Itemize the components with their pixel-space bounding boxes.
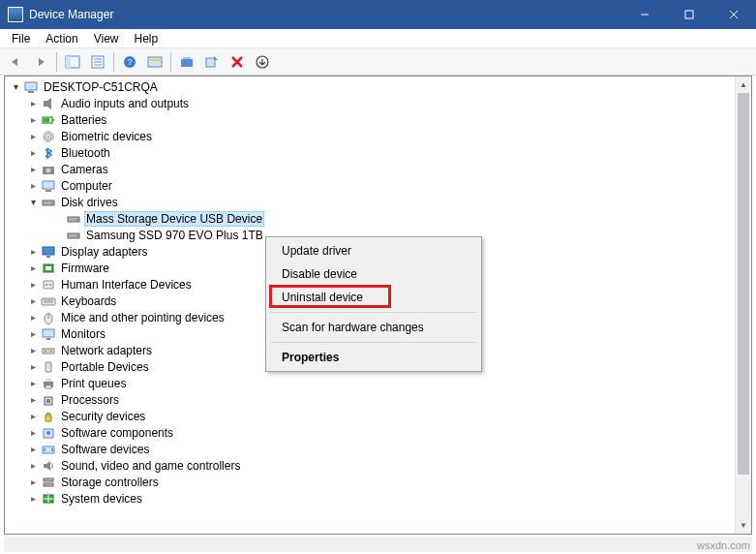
tree-node[interactable]: Sound, video and game controllers [5, 457, 735, 474]
expander-icon[interactable] [26, 98, 41, 108]
menu-view[interactable]: View [86, 30, 127, 47]
expander-icon[interactable] [26, 164, 41, 174]
tree-node-label: Firmware [59, 262, 111, 275]
expander-icon[interactable] [26, 427, 41, 438]
menu-action[interactable]: Action [38, 30, 85, 47]
toolbar-properties-button[interactable] [86, 50, 109, 74]
tree-node[interactable]: Bluetooth [5, 144, 735, 161]
tree-node-label: Biometric devices [59, 130, 154, 143]
context-properties[interactable]: Properties [268, 346, 479, 369]
expander-icon[interactable] [26, 147, 41, 158]
window-titlebar: Device Manager [0, 0, 756, 29]
tree-node[interactable]: Storage controllers [5, 474, 735, 490]
svg-rect-61 [45, 385, 51, 388]
tree-node[interactable]: System devices [5, 490, 735, 507]
toolbar: ? [0, 48, 756, 76]
toolbar-add-legacy-button[interactable] [251, 50, 274, 74]
portable-icon [41, 359, 56, 375]
tree-node[interactable]: Processors [5, 391, 735, 408]
minimize-button[interactable] [622, 0, 667, 29]
expander-icon[interactable] [26, 246, 41, 257]
tree-node[interactable]: Cameras [5, 161, 735, 177]
disk-icon [66, 228, 81, 243]
menu-file[interactable]: File [4, 30, 38, 47]
expander-icon[interactable] [26, 361, 41, 372]
context-menu: Update driver Disable device Uninstall d… [265, 236, 482, 372]
scroll-track[interactable] [736, 93, 751, 517]
toolbar-separator [170, 52, 171, 72]
biometric-icon [41, 129, 56, 144]
svg-point-54 [45, 350, 46, 352]
toolbar-uninstall-button[interactable] [226, 50, 249, 74]
expander-icon[interactable] [26, 460, 41, 471]
tree-node[interactable]: Software devices [5, 441, 735, 457]
toolbar-help-button[interactable]: ? [118, 50, 141, 74]
svg-rect-12 [148, 57, 162, 67]
expander-icon[interactable] [26, 131, 41, 141]
tree-node[interactable]: Biometric devices [5, 128, 735, 144]
expander-icon[interactable] [26, 312, 41, 323]
vertical-scrollbar[interactable]: ▲ ▼ [735, 77, 751, 534]
expander-icon[interactable] [26, 262, 41, 273]
expander-icon[interactable] [26, 295, 41, 306]
computer-icon [23, 79, 39, 95]
svg-rect-32 [45, 190, 51, 192]
audio-icon [41, 96, 56, 111]
toolbar-console-tree-button[interactable] [61, 50, 84, 74]
svg-rect-16 [206, 58, 215, 67]
tree-node[interactable]: Security devices [5, 408, 735, 424]
expander-icon[interactable] [26, 394, 41, 405]
expander-icon[interactable] [26, 279, 41, 290]
expander-icon[interactable] [26, 180, 41, 191]
svg-point-38 [76, 234, 78, 236]
expander-icon[interactable] [26, 477, 41, 487]
expander-icon[interactable] [9, 81, 23, 92]
expander-icon[interactable] [26, 411, 41, 421]
context-scan-hardware[interactable]: Scan for hardware changes [268, 316, 479, 339]
toolbar-update-driver-button[interactable] [175, 50, 198, 74]
computer-icon [41, 178, 56, 194]
expander-icon[interactable] [26, 114, 41, 125]
tree-root[interactable]: DESKTOP-C51CRQA [5, 78, 735, 95]
camera-icon [41, 162, 56, 177]
toolbar-action-button[interactable] [143, 50, 166, 74]
context-disable-device[interactable]: Disable device [268, 262, 479, 286]
tree-node-label: Software components [59, 426, 175, 440]
keyboard-icon [41, 293, 56, 309]
toolbar-separator [56, 52, 57, 72]
expander-icon[interactable] [26, 444, 41, 454]
scroll-thumb[interactable] [738, 93, 749, 475]
tree-node[interactable]: Audio inputs and outputs [5, 95, 735, 111]
scroll-down-button[interactable]: ▼ [736, 517, 751, 534]
tree-node[interactable]: Print queues [5, 375, 735, 391]
scroll-up-button[interactable]: ▲ [736, 77, 751, 93]
toolbar-scan-hardware-button[interactable] [200, 50, 224, 74]
expander-icon[interactable] [26, 328, 41, 339]
expander-icon[interactable] [26, 197, 41, 207]
tree-node[interactable]: Software components [5, 424, 735, 441]
tree-node[interactable]: Computer [5, 177, 735, 194]
menu-bar: File Action View Help [0, 29, 756, 48]
security-icon [41, 409, 56, 424]
context-update-driver[interactable]: Update driver [268, 239, 479, 262]
expander-icon[interactable] [26, 493, 41, 504]
sound-icon [41, 458, 56, 474]
tree-node[interactable]: Disk drives [5, 194, 735, 210]
tree-node[interactable]: Mass Storage Device USB Device [5, 210, 735, 227]
toolbar-back-button[interactable] [4, 50, 27, 74]
toolbar-forward-button[interactable] [29, 50, 52, 74]
context-uninstall-device[interactable]: Uninstall device [268, 286, 479, 309]
close-button[interactable] [711, 0, 756, 29]
tree-node-label: Human Interface Devices [59, 278, 194, 292]
menu-help[interactable]: Help [127, 30, 166, 47]
tree-node-label: Samsung SSD 970 EVO Plus 1TB [84, 229, 265, 242]
expander-icon[interactable] [26, 345, 41, 355]
status-bar [4, 537, 752, 552]
svg-rect-63 [46, 399, 50, 403]
tree-node-label: Disk drives [59, 196, 120, 209]
tree-node[interactable]: Batteries [5, 111, 735, 128]
expander-icon[interactable] [26, 378, 41, 388]
network-icon [41, 343, 56, 358]
tree-node-label: Mass Storage Device USB Device [84, 211, 264, 227]
maximize-button[interactable] [667, 0, 711, 29]
